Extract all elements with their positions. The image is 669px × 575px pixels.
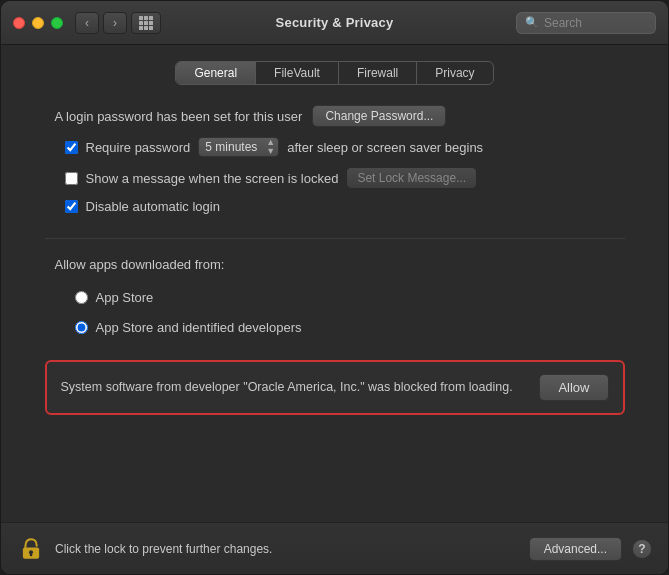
minimize-button[interactable] xyxy=(32,17,44,29)
advanced-button[interactable]: Advanced... xyxy=(529,537,622,561)
security-privacy-window: ‹ › Security & Privacy 🔍 General FileVau… xyxy=(0,0,669,575)
tab-firewall[interactable]: Firewall xyxy=(339,62,417,84)
blocked-software-box: System software from developer "Oracle A… xyxy=(45,360,625,415)
divider xyxy=(45,238,625,239)
require-password-label: Require password xyxy=(86,140,191,155)
disable-login-checkbox[interactable] xyxy=(65,200,78,213)
password-label: A login password has been set for this u… xyxy=(55,109,303,124)
set-lock-message-button[interactable]: Set Lock Message... xyxy=(346,167,477,189)
tab-filevault[interactable]: FileVault xyxy=(256,62,339,84)
show-message-label: Show a message when the screen is locked xyxy=(86,171,339,186)
timeout-selector: 5 minutes ▲▼ xyxy=(198,137,279,157)
grid-view-button[interactable] xyxy=(131,12,161,34)
password-row: A login password has been set for this u… xyxy=(55,105,625,127)
require-password-suffix: after sleep or screen saver begins xyxy=(287,140,483,155)
timeout-select[interactable]: 5 minutes xyxy=(198,137,279,157)
allow-apps-label: Allow apps downloaded from: xyxy=(55,257,625,272)
tab-general[interactable]: General xyxy=(176,62,256,84)
radio-identified-developers[interactable] xyxy=(75,321,88,334)
maximize-button[interactable] xyxy=(51,17,63,29)
allow-button[interactable]: Allow xyxy=(539,374,608,401)
traffic-lights xyxy=(13,17,63,29)
require-password-row: Require password 5 minutes ▲▼ after slee… xyxy=(65,137,625,157)
tab-privacy[interactable]: Privacy xyxy=(417,62,492,84)
general-panel: A login password has been set for this u… xyxy=(45,105,625,415)
grid-icon xyxy=(139,16,153,30)
disable-login-row: Disable automatic login xyxy=(65,199,625,214)
help-button[interactable]: ? xyxy=(632,539,652,559)
footer-text: Click the lock to prevent further change… xyxy=(55,542,519,556)
content-area: General FileVault Firewall Privacy A log… xyxy=(1,45,668,522)
close-button[interactable] xyxy=(13,17,25,29)
forward-button[interactable]: › xyxy=(103,12,127,34)
change-password-button[interactable]: Change Password... xyxy=(312,105,446,127)
radio-app-store-row: App Store xyxy=(75,290,625,305)
blocked-software-text: System software from developer "Oracle A… xyxy=(61,378,530,397)
search-input[interactable] xyxy=(544,16,647,30)
show-message-checkbox[interactable] xyxy=(65,172,78,185)
require-password-checkbox[interactable] xyxy=(65,141,78,154)
radio-app-store-label: App Store xyxy=(96,290,154,305)
titlebar: ‹ › Security & Privacy 🔍 xyxy=(1,1,668,45)
footer: Click the lock to prevent further change… xyxy=(1,522,668,574)
window-title: Security & Privacy xyxy=(276,15,394,30)
lock-icon[interactable] xyxy=(17,535,45,563)
radio-identified-row: App Store and identified developers xyxy=(75,320,625,335)
disable-login-label: Disable automatic login xyxy=(86,199,220,214)
nav-buttons: ‹ › xyxy=(75,12,127,34)
search-icon: 🔍 xyxy=(525,16,539,29)
radio-app-store[interactable] xyxy=(75,291,88,304)
show-message-row: Show a message when the screen is locked… xyxy=(65,167,625,189)
radio-identified-label: App Store and identified developers xyxy=(96,320,302,335)
back-button[interactable]: ‹ xyxy=(75,12,99,34)
tab-bar: General FileVault Firewall Privacy xyxy=(175,61,493,85)
search-box: 🔍 xyxy=(516,12,656,34)
svg-rect-2 xyxy=(30,553,32,556)
